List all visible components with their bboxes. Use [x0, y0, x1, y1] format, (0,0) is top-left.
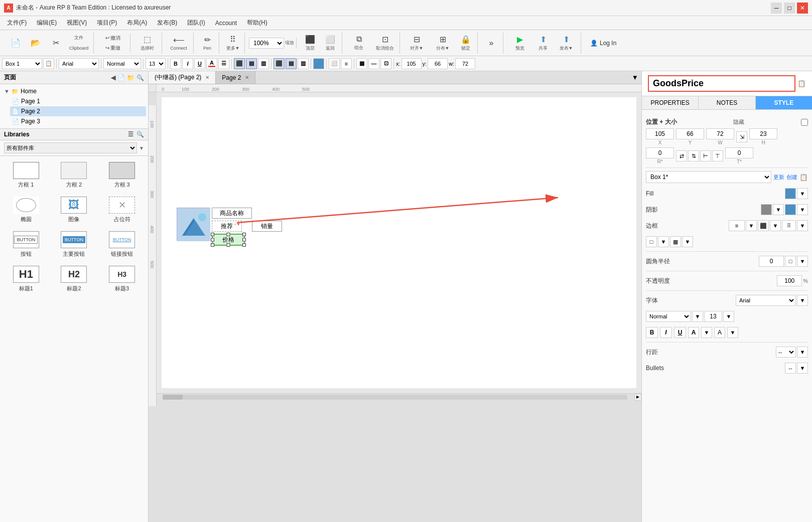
menu-account[interactable]: Account — [210, 18, 242, 29]
menu-project[interactable]: 项目(P) — [92, 17, 122, 29]
menu-layout[interactable]: 布局(A) — [122, 17, 152, 29]
zoom-select[interactable]: 100% 50% 150% 200% — [249, 38, 284, 49]
lib-item-box2[interactable]: 方框 2 — [52, 160, 96, 191]
w-value-input[interactable] — [706, 128, 734, 139]
shadow-dropdown-btn[interactable]: ▼ — [773, 204, 784, 215]
hide-checkbox[interactable] — [801, 119, 808, 126]
font-color-dropdown[interactable]: ▼ — [701, 327, 712, 338]
tree-item-page2[interactable]: 📄 Page 2 — [10, 106, 146, 116]
font-size-dropdown[interactable]: ▼ — [723, 311, 734, 322]
widget-style-button[interactable]: 📋 — [43, 58, 54, 69]
tab-properties[interactable]: PROPERTIES — [642, 96, 699, 109]
underline-button[interactable]: U — [194, 58, 205, 69]
font-select[interactable]: Arial — [59, 58, 99, 69]
bullets-dropdown[interactable]: ▼ — [797, 363, 808, 374]
line-height-select[interactable]: -- — [776, 346, 796, 358]
italic-format-btn[interactable]: I — [660, 327, 672, 338]
valign-bottom-button[interactable]: ▥ — [298, 58, 309, 69]
undo-button[interactable]: ↩ 撤消 — [98, 34, 128, 43]
border-pattern-btn[interactable]: ▦ — [670, 236, 681, 247]
distribute-w-button[interactable]: ⊢ — [700, 150, 711, 161]
border-dots-dropdown[interactable]: ▼ — [797, 220, 808, 231]
group-button[interactable]: ⧉ 组合 — [346, 33, 371, 54]
tab2-close-icon[interactable]: ✕ — [245, 75, 249, 80]
shadow-color2-swatch[interactable] — [785, 204, 796, 215]
canvas-background[interactable]: 商品名称 推荐 ▼ ○ 价格 — [157, 92, 641, 393]
align-right-button[interactable]: ▥ — [258, 58, 269, 69]
menu-edit[interactable]: 编辑(E) — [32, 17, 62, 29]
italic-button[interactable]: I — [182, 58, 193, 69]
tree-item-page1[interactable]: 📄 Page 1 — [10, 96, 146, 106]
scroll-right-button[interactable]: ▶ — [634, 394, 641, 401]
align-center-button[interactable]: ▤ — [246, 58, 257, 69]
border-style-select[interactable]: ≡ — [729, 220, 745, 231]
lib-item-box3[interactable]: 方框 3 — [100, 160, 144, 191]
select-button[interactable]: ⬚ 选择时 — [134, 33, 160, 54]
login-button[interactable]: 👤 Log In — [585, 38, 621, 49]
font-color-btn[interactable]: A — [688, 327, 699, 338]
lib-item-ellipse[interactable]: 椭圆 — [4, 195, 48, 225]
inspector-settings-button[interactable]: 📋 — [797, 80, 806, 87]
connect-button[interactable]: ⟵ Connect — [166, 33, 191, 54]
tree-item-home[interactable]: ▼ 📁 Home — [2, 86, 146, 96]
align-button[interactable]: ⊟ 对齐▼ — [404, 33, 429, 54]
text-color-button[interactable]: A — [206, 58, 217, 69]
border-pattern-dropdown[interactable]: ▼ — [682, 236, 693, 247]
t-value-input[interactable] — [725, 147, 753, 158]
lib-menu-icon[interactable]: ☰ — [128, 131, 133, 138]
opacity-input[interactable] — [777, 275, 802, 286]
more-button[interactable]: ⠿ 更多▼ — [223, 33, 242, 54]
fill-color-button[interactable] — [313, 58, 324, 69]
menu-publish[interactable]: 发布(B) — [152, 17, 182, 29]
widget-edit-button[interactable]: 📋 — [799, 173, 808, 181]
font-dropdown-btn[interactable]: ▼ — [797, 295, 808, 306]
font-size-select[interactable]: 13 10 12 14 — [146, 58, 166, 69]
menu-view[interactable]: 视图(V) — [62, 17, 92, 29]
lib-item-link[interactable]: BUTTON 链接按钮 — [100, 229, 144, 260]
lib-search-icon[interactable]: 🔍 — [137, 131, 144, 138]
menu-help[interactable]: 帮助(H) — [242, 17, 273, 29]
flip-h-button[interactable]: ⇄ — [676, 150, 687, 161]
top-button[interactable]: ⬛ 顶层 — [301, 33, 320, 54]
open-button[interactable]: 📂 — [26, 33, 45, 54]
lib-item-h3[interactable]: H3 标题3 — [100, 264, 144, 294]
valign-middle-button[interactable]: ▤ — [286, 58, 297, 69]
menu-file[interactable]: 文件(F) — [2, 17, 32, 29]
y-value-input[interactable] — [676, 128, 704, 139]
border-style-button[interactable]: ⬜ — [329, 58, 340, 69]
canvas-tab-2[interactable]: Page 2 ✕ — [216, 71, 255, 84]
border-inner-dropdown[interactable]: ▼ — [658, 236, 669, 247]
lock-button[interactable]: 🔒 锁定 — [456, 33, 475, 54]
lib-selector-select[interactable]: 所有部件库 — [4, 142, 137, 153]
pen-button[interactable]: ✏ Pen — [198, 33, 217, 54]
pages-search-icon[interactable]: 🔍 — [137, 74, 144, 81]
border-dots-btn[interactable]: ⠿ — [782, 220, 796, 231]
h-value-input[interactable] — [749, 128, 777, 139]
h-scroll-thumb[interactable] — [163, 395, 183, 400]
create-link[interactable]: 创建 — [786, 173, 797, 181]
fill-color-swatch[interactable] — [785, 188, 796, 199]
expand-button[interactable]: » — [482, 33, 501, 54]
new-button[interactable]: 📄 — [6, 33, 25, 54]
pages-add-icon[interactable]: 📄 — [117, 74, 125, 81]
font-highlight-btn[interactable]: A — [714, 327, 725, 338]
x-value-input[interactable] — [646, 128, 674, 139]
file-button[interactable]: 文件 — [66, 33, 91, 43]
lib-item-h2[interactable]: H2 标题2 — [52, 264, 96, 294]
tab-style[interactable]: STYLE — [756, 96, 812, 109]
pages-back-icon[interactable]: ◀ — [111, 74, 115, 81]
line-height-dropdown[interactable]: ▼ — [797, 346, 808, 358]
widget-name-select[interactable]: Box 1* — [646, 171, 771, 183]
cut-button[interactable]: ✂ — [46, 33, 65, 54]
h-scrollbar[interactable]: ◀ ▶ — [149, 393, 641, 400]
flip-v-button[interactable]: ⇅ — [688, 150, 699, 161]
bold-format-btn[interactable]: B — [646, 327, 658, 338]
corner-shape-btn[interactable]: □ — [785, 256, 796, 267]
lib-item-primary[interactable]: BUTTON 主要按钮 — [52, 229, 96, 260]
distribute-h-button[interactable]: ⊤ — [712, 150, 723, 161]
price-widget[interactable]: 价格 — [212, 234, 245, 246]
lib-item-h1[interactable]: H1 标题1 — [4, 264, 48, 294]
lib-item-image[interactable]: 🖼 图像 — [52, 195, 96, 225]
line-style-button[interactable]: ― — [368, 58, 379, 69]
tab1-close-icon[interactable]: ✕ — [205, 75, 209, 80]
